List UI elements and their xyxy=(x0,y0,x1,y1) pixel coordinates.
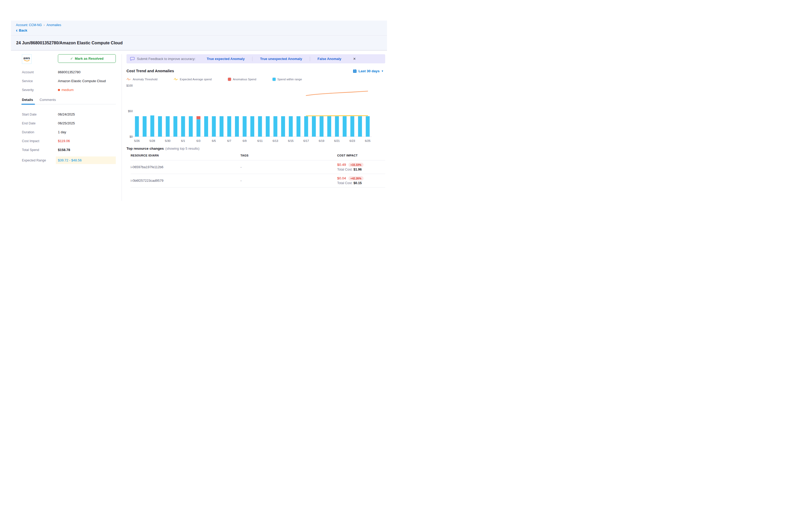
account-field: Account 868001352780 xyxy=(22,70,116,74)
svg-text:$100: $100 xyxy=(127,84,133,87)
resource-tags: - xyxy=(241,179,337,183)
resources-table: RESOURCE ID/ARN TAGS COST IMPACT i-06597… xyxy=(131,154,385,188)
severity-field: Severity medium xyxy=(22,88,116,92)
feedback-true-expected-button[interactable]: True expected Anomaly xyxy=(199,57,252,61)
chevron-left-icon: ‹ xyxy=(16,28,17,32)
cost-impact-row: Cost Impact $119.06 xyxy=(22,139,116,143)
feedback-options: True expected Anomaly True unexpected An… xyxy=(199,57,349,61)
legend-anomalous-spend: Anomalous Spend xyxy=(228,78,256,81)
impact-amount: $0.04 xyxy=(337,176,346,180)
expected-range-row: Expected Range $39.72 - $48.56 xyxy=(22,156,116,164)
svg-text:6/25: 6/25 xyxy=(365,139,370,142)
table-row[interactable]: i-0b6f257223cad9579 - $0.04 +42.26% Tota… xyxy=(131,174,385,188)
column-cost-impact: COST IMPACT xyxy=(337,154,385,157)
pulse-line-icon xyxy=(127,77,131,81)
pulse-line-icon xyxy=(174,77,178,81)
svg-text:6/13: 6/13 xyxy=(272,139,278,142)
svg-text:6/9: 6/9 xyxy=(243,139,246,142)
end-date-row: End Date 06/25/2025 xyxy=(22,121,116,126)
resources-subtitle: (showing top 5 results) xyxy=(165,147,200,150)
resource-id[interactable]: i-0b6f257223cad9579 xyxy=(131,179,241,183)
page-title: 24 Jun/868001352780/Amazon Elastic Compu… xyxy=(16,41,122,45)
anomaly-chart-panel: Submit Feedback to improve accuracy: Tru… xyxy=(127,54,385,188)
svg-text:6/17: 6/17 xyxy=(303,139,309,142)
svg-text:5/26: 5/26 xyxy=(134,139,139,142)
svg-text:6/1: 6/1 xyxy=(181,139,185,142)
title-band: 24 Jun/868001352780/Amazon Elastic Compu… xyxy=(11,36,387,51)
feedback-false-anomaly-button[interactable]: False Anomaly xyxy=(310,57,349,61)
resource-id[interactable]: i-06597ba197fe112b6 xyxy=(131,165,241,169)
duration-row: Duration 1 day xyxy=(22,130,116,134)
svg-text:$0: $0 xyxy=(130,135,133,138)
svg-text:5/30: 5/30 xyxy=(165,139,170,142)
check-icon: ✓ xyxy=(70,57,73,60)
content: aws ✓ Mark as Resolved Account 868001352… xyxy=(0,51,399,266)
resources-table-header: RESOURCE ID/ARN TAGS COST IMPACT xyxy=(131,154,385,160)
svg-text:6/19: 6/19 xyxy=(319,139,324,142)
back-button[interactable]: ‹ Back xyxy=(16,28,387,32)
service-field: Service Amazon Elastic Compute Cloud xyxy=(22,79,116,83)
legend-spend-within-range: Spend within range xyxy=(272,78,302,81)
close-icon[interactable]: ✕ xyxy=(353,57,356,61)
feedback-true-unexpected-button[interactable]: True unexpected Anomaly xyxy=(252,57,309,61)
impact-amount: $0.49 xyxy=(337,163,346,167)
legend-expected-average-spend: Expected Average spend xyxy=(174,77,212,81)
resource-tags: - xyxy=(241,165,337,169)
tabs-underline xyxy=(22,104,116,105)
breadcrumb-account-link[interactable]: Account: CCM-NG xyxy=(16,23,42,27)
svg-text:6/5: 6/5 xyxy=(212,139,216,142)
date-range-picker[interactable]: Last 30 days ▾ xyxy=(353,69,383,73)
breadcrumb: Account: CCM-NG › Anomalies xyxy=(16,23,387,27)
total-spend-row: Total Spend $158.78 xyxy=(22,148,116,152)
svg-text:6/15: 6/15 xyxy=(288,139,293,142)
top-resource-changes: Top resource changes (showing top 5 resu… xyxy=(127,147,385,188)
legend-anomaly-threshold: Anomaly Threshold xyxy=(127,77,157,81)
svg-text:6/7: 6/7 xyxy=(227,139,231,142)
svg-text:6/3: 6/3 xyxy=(196,139,200,142)
column-resource-id: RESOURCE ID/ARN xyxy=(131,154,241,157)
total-cost: Total Cost: $0.15 xyxy=(337,181,362,185)
resources-title: Top resource changes xyxy=(127,147,164,150)
feedback-prompt: Submit Feedback to improve accuracy: xyxy=(137,57,195,61)
cost-trend-chart[interactable]: $0$50$1005/265/285/306/16/36/56/76/96/11… xyxy=(127,82,375,145)
table-row[interactable]: i-06597ba197fe112b6 - $0.49 +33.33% Tota… xyxy=(131,160,385,174)
calendar-icon xyxy=(353,69,357,73)
aws-smile-icon xyxy=(24,60,30,61)
severity-dot-icon xyxy=(58,89,60,91)
anomaly-detail-page: Account: CCM-NG › Anomalies ‹ Back 24 Ju… xyxy=(0,0,399,266)
blue-square-icon xyxy=(272,78,276,81)
tab-comments[interactable]: Comments xyxy=(40,98,56,104)
aws-provider-icon: aws xyxy=(22,54,32,64)
chart-legend: Anomaly Threshold Expected Average spend… xyxy=(127,77,385,81)
feedback-bar: Submit Feedback to improve accuracy: Tru… xyxy=(127,54,385,63)
anomaly-summary-panel: aws ✓ Mark as Resolved Account 868001352… xyxy=(22,54,116,164)
panel-divider xyxy=(121,54,122,201)
svg-text:6/11: 6/11 xyxy=(258,139,263,142)
red-square-icon xyxy=(228,78,231,81)
svg-text:5/28: 5/28 xyxy=(149,139,155,142)
column-tags: TAGS xyxy=(241,154,337,157)
tab-details[interactable]: Details xyxy=(22,98,33,104)
expected-range-value: $39.72 - $48.56 xyxy=(56,156,116,164)
start-date-row: Start Date 06/24/2025 xyxy=(22,112,116,117)
svg-text:6/21: 6/21 xyxy=(334,139,340,142)
svg-text:$50: $50 xyxy=(128,110,133,113)
breadcrumb-anomalies-link[interactable]: Anomalies xyxy=(46,23,61,27)
total-cost: Total Cost: $1.96 xyxy=(337,168,362,171)
mark-as-resolved-button[interactable]: ✓ Mark as Resolved xyxy=(58,54,116,63)
chart-title: Cost Trend and Anomalies xyxy=(127,69,174,73)
chevron-down-icon: ▾ xyxy=(382,69,383,73)
severity-badge: medium xyxy=(61,88,74,92)
svg-text:6/23: 6/23 xyxy=(349,139,355,142)
impact-percent-badge: +42.26% xyxy=(348,176,363,180)
speech-bubble-icon xyxy=(130,57,135,61)
impact-percent-badge: +33.33% xyxy=(348,163,363,167)
detail-tabs: Details Comments xyxy=(22,98,116,104)
breadcrumb-separator-icon: › xyxy=(43,23,44,27)
header-breadcrumb-band: Account: CCM-NG › Anomalies ‹ Back xyxy=(11,21,387,36)
